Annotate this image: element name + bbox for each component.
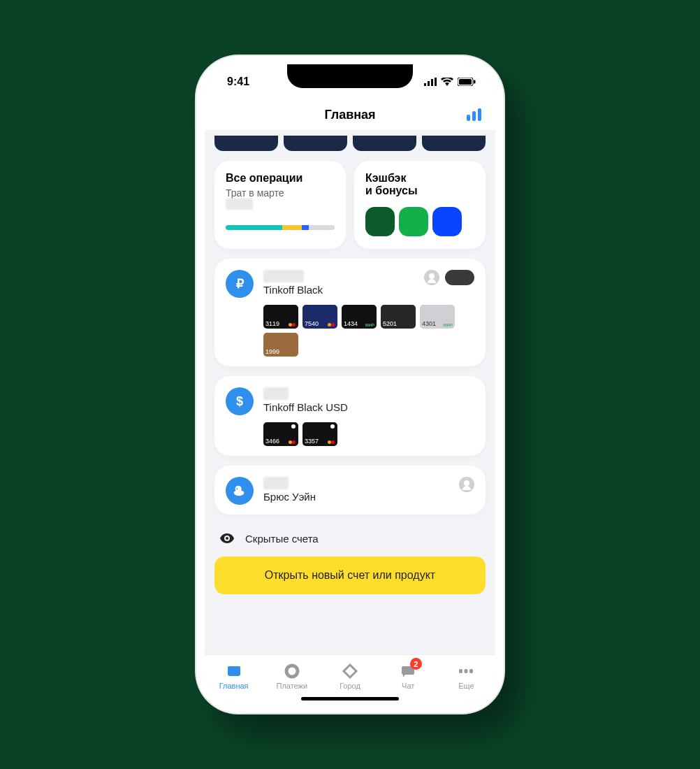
home-icon	[226, 663, 242, 680]
payment-card[interactable]: 3466	[263, 422, 298, 446]
bonus-chip[interactable]	[432, 207, 462, 236]
card-last4: 4301	[422, 320, 436, 327]
dots-icon	[458, 663, 474, 680]
screen: 9:41 Главная Все операции	[205, 64, 495, 705]
bonus-chip[interactable]	[399, 207, 428, 236]
payment-card[interactable]: 4301МИР	[420, 305, 455, 329]
open-product-button[interactable]: Открыть новый счет или продукт	[214, 556, 486, 594]
svg-rect-6	[474, 80, 476, 84]
page-title: Главная	[324, 108, 375, 122]
shared-person-icon	[424, 270, 439, 285]
hidden-balance: 0000	[263, 477, 289, 489]
hidden-accounts-row[interactable]: Скрытые счета	[214, 524, 486, 556]
svg-rect-5	[459, 79, 472, 85]
status-time: 9:41	[227, 76, 249, 88]
story-card[interactable]	[214, 136, 278, 151]
account-name: Брюс Уэйн	[263, 491, 474, 503]
power-button	[503, 246, 504, 309]
account-toggle[interactable]	[445, 270, 474, 285]
story-card[interactable]	[422, 136, 486, 151]
payment-card[interactable]: 1434МИР	[342, 305, 377, 329]
story-card[interactable]	[284, 136, 347, 151]
card-last4: 1999	[265, 348, 279, 355]
account-name: Tinkoff Black USD	[263, 401, 474, 413]
svg-rect-2	[431, 79, 433, 86]
cashback-tile[interactable]: Кэшбэки бонусы	[354, 161, 486, 249]
svg-rect-0	[424, 83, 426, 86]
tab-label: Главная	[219, 682, 249, 690]
payment-card[interactable]: 5201	[381, 305, 416, 329]
tab-home[interactable]: Главная	[205, 655, 263, 698]
shared-person-icon	[459, 477, 474, 492]
notification-badge: 2	[410, 658, 422, 670]
account-card[interactable]: 0000Брюс Уэйн	[214, 466, 486, 515]
tile-title: Все операции	[226, 172, 335, 185]
tab-circle[interactable]: Платежи	[263, 655, 321, 698]
tab-label: Платежи	[276, 682, 307, 690]
diamond-icon	[342, 663, 358, 680]
operations-tile[interactable]: Все операции Трат в марте 00000	[214, 161, 346, 249]
svg-point-9	[286, 666, 298, 677]
svg-rect-11	[459, 669, 462, 673]
bonus-chip[interactable]	[365, 207, 395, 236]
hidden-accounts-label: Скрытые счета	[245, 533, 319, 545]
svg-rect-3	[435, 78, 437, 86]
account-currency-icon	[226, 477, 254, 505]
tab-label: Город	[340, 682, 360, 690]
tab-label: Еще	[458, 682, 474, 690]
home-indicator[interactable]	[301, 697, 399, 700]
tile-title: Кэшбэки бонусы	[365, 172, 474, 197]
payment-card[interactable]: 3119	[263, 305, 298, 329]
hidden-amount: 00000	[226, 199, 253, 210]
payment-card[interactable]: 3357	[302, 422, 337, 446]
payment-card[interactable]: 1999	[263, 333, 298, 357]
story-card[interactable]	[353, 136, 416, 151]
svg-rect-13	[469, 669, 473, 673]
card-last4: 7540	[305, 320, 319, 327]
card-last4: 1434	[344, 320, 358, 327]
svg-rect-1	[428, 81, 430, 86]
svg-rect-12	[465, 669, 468, 673]
card-last4: 3466	[265, 438, 279, 445]
account-currency-icon: ₽	[226, 270, 254, 298]
volume-up-button	[196, 232, 197, 274]
battery-icon	[458, 78, 476, 86]
card-last4: 3119	[265, 320, 279, 327]
signal-icon	[424, 78, 437, 86]
eye-icon	[220, 531, 234, 545]
card-last4: 3357	[305, 438, 319, 445]
account-card[interactable]: ₽00000 0Tinkoff Black311975401434МИР5201…	[214, 259, 486, 366]
card-last4: 5201	[383, 320, 397, 327]
phone-frame: 9:41 Главная Все операции	[196, 56, 504, 713]
svg-rect-8	[228, 666, 240, 669]
payment-card[interactable]: 7540	[302, 305, 337, 329]
content: Все операции Трат в марте 00000 Кэшбэки …	[205, 130, 495, 654]
wifi-icon	[441, 78, 453, 86]
spending-progress	[226, 225, 335, 230]
circle-icon	[284, 663, 300, 680]
stories-row[interactable]	[214, 136, 486, 151]
bar-chart-icon	[467, 108, 481, 121]
header: Главная	[205, 99, 495, 130]
side-button	[196, 190, 197, 214]
account-card[interactable]: $0000Tinkoff Black USD34663357	[214, 376, 486, 456]
bonus-chips	[365, 207, 474, 236]
stats-button[interactable]	[467, 108, 481, 121]
tab-dots[interactable]: Еще	[437, 655, 495, 698]
hidden-balance: 00000 0	[263, 270, 304, 282]
tab-label: Чат	[402, 682, 414, 690]
status-icons	[424, 78, 476, 86]
tab-diamond[interactable]: Город	[321, 655, 379, 698]
account-name: Tinkoff Black	[263, 284, 474, 296]
notch	[287, 64, 413, 88]
hidden-balance: 0000	[263, 387, 289, 400]
tile-subtitle: Трат в марте	[226, 187, 335, 199]
account-currency-icon: $	[226, 387, 254, 415]
tab-chat[interactable]: Чат2	[379, 655, 437, 698]
volume-down-button	[196, 288, 197, 330]
